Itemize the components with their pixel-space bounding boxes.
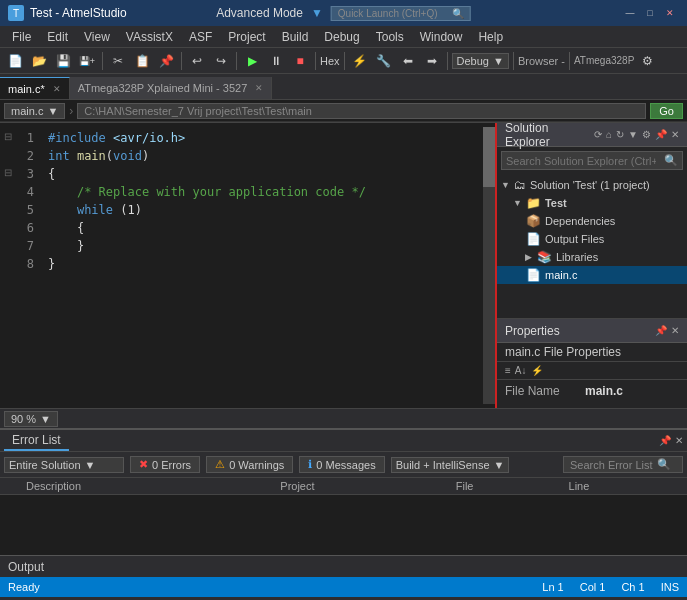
col-file[interactable]: File bbox=[450, 478, 563, 495]
tree-dependencies[interactable]: 📦 Dependencies bbox=[497, 212, 687, 230]
code-line-7: } bbox=[48, 239, 475, 257]
se-search-input[interactable] bbox=[502, 153, 660, 169]
build-filter-dropdown[interactable]: Build + IntelliSense ▼ bbox=[391, 457, 510, 473]
scope-dropdown[interactable]: Entire Solution ▼ bbox=[4, 457, 124, 473]
menu-edit[interactable]: Edit bbox=[39, 28, 76, 46]
save-all-button[interactable]: 💾+ bbox=[76, 51, 98, 71]
zoom-selector[interactable]: 90 % ▼ bbox=[4, 411, 58, 427]
prop-sort-alpha-btn[interactable]: A↓ bbox=[515, 365, 527, 376]
properties-title: Properties bbox=[505, 324, 560, 338]
messages-badge[interactable]: ℹ 0 Messages bbox=[299, 456, 384, 473]
prop-filename-row: File Name main.c bbox=[505, 384, 679, 398]
properties-panel: Properties 📌 ✕ main.c File Properties ≡ … bbox=[497, 318, 687, 408]
undo-button[interactable]: ↩ bbox=[186, 51, 208, 71]
copy-button[interactable]: 📋 bbox=[131, 51, 153, 71]
pause-button[interactable]: ⏸ bbox=[265, 51, 287, 71]
col-line[interactable]: Line bbox=[563, 478, 687, 495]
menu-build[interactable]: Build bbox=[274, 28, 317, 46]
close-button[interactable]: ✕ bbox=[661, 5, 679, 21]
stop-button[interactable]: ■ bbox=[289, 51, 311, 71]
cut-button[interactable]: ✂ bbox=[107, 51, 129, 71]
new-file-button[interactable]: 📄 bbox=[4, 51, 26, 71]
col-description[interactable]: Description bbox=[20, 478, 274, 495]
solution-explorer-search[interactable]: 🔍 bbox=[501, 151, 683, 170]
sep5 bbox=[344, 52, 345, 70]
error-search-box[interactable]: Search Error List 🔍 bbox=[563, 456, 683, 473]
menu-debug[interactable]: Debug bbox=[316, 28, 367, 46]
prop-sort-category-btn[interactable]: ≡ bbox=[505, 365, 511, 376]
solution-explorer-title: Solution Explorer bbox=[505, 121, 594, 149]
mode-dropdown-arrow[interactable]: ▼ bbox=[311, 6, 323, 20]
properties-content: File Name main.c bbox=[497, 380, 687, 402]
editor-scrollbar[interactable] bbox=[483, 127, 495, 404]
menu-tools[interactable]: Tools bbox=[368, 28, 412, 46]
menu-asf[interactable]: ASF bbox=[181, 28, 220, 46]
paste-button[interactable]: 📌 bbox=[155, 51, 177, 71]
menu-window[interactable]: Window bbox=[412, 28, 471, 46]
path-display[interactable]: C:\HAN\Semester_7 Vrij project\Test\Test… bbox=[77, 103, 646, 119]
tab-atmel[interactable]: ATmega328P Xplained Mini - 3527 ✕ bbox=[70, 77, 273, 99]
go-button[interactable]: Go bbox=[650, 103, 683, 119]
se-home-button[interactable]: ⌂ bbox=[606, 129, 612, 140]
error-close-btn[interactable]: ✕ bbox=[675, 435, 683, 446]
error-pin-btn[interactable]: 📌 bbox=[659, 435, 671, 446]
maximize-button[interactable]: □ bbox=[641, 5, 659, 21]
start-debug-button[interactable]: ▶ bbox=[241, 51, 263, 71]
code-content[interactable]: #include <avr/io.h> int main(void) { /* … bbox=[40, 127, 483, 404]
error-list-tab[interactable]: Error List bbox=[4, 431, 69, 451]
status-right: Ln 1 Col 1 Ch 1 INS bbox=[542, 581, 679, 593]
dep-label: Dependencies bbox=[545, 215, 615, 227]
toolbar-btn-extra3[interactable]: ⬅ bbox=[397, 51, 419, 71]
code-editor[interactable]: ⊟ ⊟ 1 2 3 4 5 6 7 8 #inc bbox=[0, 123, 495, 408]
file-selector-arrow: ▼ bbox=[47, 105, 58, 117]
tab-main-c[interactable]: main.c* ✕ bbox=[0, 77, 70, 99]
app-icon: T bbox=[8, 5, 24, 21]
prop-pin-button[interactable]: 📌 bbox=[655, 325, 667, 336]
prop-toolbar: ≡ A↓ ⚡ bbox=[497, 362, 687, 380]
toolbar-btn-extra2[interactable]: 🔧 bbox=[373, 51, 395, 71]
se-refresh-button[interactable]: ↻ bbox=[616, 129, 624, 140]
warning-icon: ⚠ bbox=[215, 458, 225, 471]
prop-header-controls: 📌 ✕ bbox=[655, 325, 679, 336]
menu-view[interactable]: View bbox=[76, 28, 118, 46]
error-list-empty bbox=[0, 495, 687, 555]
file-selector[interactable]: main.c ▼ bbox=[4, 103, 65, 119]
col-project[interactable]: Project bbox=[274, 478, 449, 495]
tree-output-files[interactable]: 📄 Output Files bbox=[497, 230, 687, 248]
menu-help[interactable]: Help bbox=[470, 28, 511, 46]
errors-badge[interactable]: ✖ 0 Errors bbox=[130, 456, 200, 473]
menu-file[interactable]: File bbox=[4, 28, 39, 46]
main-toolbar: 📄 📂 💾 💾+ ✂ 📋 📌 ↩ ↪ ▶ ⏸ ■ Hex ⚡ 🔧 ⬅ ➡ Deb… bbox=[0, 48, 687, 74]
menu-vassistx[interactable]: VAssistX bbox=[118, 28, 181, 46]
minimize-button[interactable]: — bbox=[621, 5, 639, 21]
se-sync-button[interactable]: ⟳ bbox=[594, 129, 602, 140]
quick-launch-box[interactable]: Quick Launch (Ctrl+Q) 🔍 bbox=[331, 6, 471, 21]
se-search-icon: 🔍 bbox=[660, 152, 682, 169]
redo-button[interactable]: ↪ bbox=[210, 51, 232, 71]
save-button[interactable]: 💾 bbox=[52, 51, 74, 71]
toolbar-btn-extra1[interactable]: ⚡ bbox=[349, 51, 371, 71]
se-close-button[interactable]: ✕ bbox=[671, 129, 679, 140]
tree-main-c[interactable]: 📄 main.c bbox=[497, 266, 687, 284]
title-bar: T Test - AtmelStudio Advanced Mode ▼ Qui… bbox=[0, 0, 687, 26]
output-tab[interactable]: Output bbox=[8, 560, 44, 574]
mainc-label: main.c bbox=[545, 269, 577, 281]
prop-filter-btn[interactable]: ⚡ bbox=[531, 365, 543, 376]
se-pin-button[interactable]: 📌 bbox=[655, 129, 667, 140]
tree-project[interactable]: ▼ 📁 Test bbox=[497, 194, 687, 212]
se-filter-button[interactable]: ▼ bbox=[628, 129, 638, 140]
properties-header: Properties 📌 ✕ bbox=[497, 319, 687, 343]
menu-project[interactable]: Project bbox=[220, 28, 273, 46]
warnings-badge[interactable]: ⚠ 0 Warnings bbox=[206, 456, 293, 473]
tree-solution[interactable]: ▼ 🗂 Solution 'Test' (1 project) bbox=[497, 176, 687, 194]
se-settings-button[interactable]: ⚙ bbox=[642, 129, 651, 140]
tree-libraries[interactable]: ▶ 📚 Libraries bbox=[497, 248, 687, 266]
tab-close-main[interactable]: ✕ bbox=[53, 84, 61, 94]
debug-dropdown[interactable]: Debug ▼ bbox=[452, 53, 509, 69]
dep-icon: 📦 bbox=[525, 214, 541, 228]
tab-close-atmel[interactable]: ✕ bbox=[255, 83, 263, 93]
open-button[interactable]: 📂 bbox=[28, 51, 50, 71]
prop-close-button[interactable]: ✕ bbox=[671, 325, 679, 336]
settings-button[interactable]: ⚙ bbox=[636, 51, 658, 71]
toolbar-btn-extra4[interactable]: ➡ bbox=[421, 51, 443, 71]
